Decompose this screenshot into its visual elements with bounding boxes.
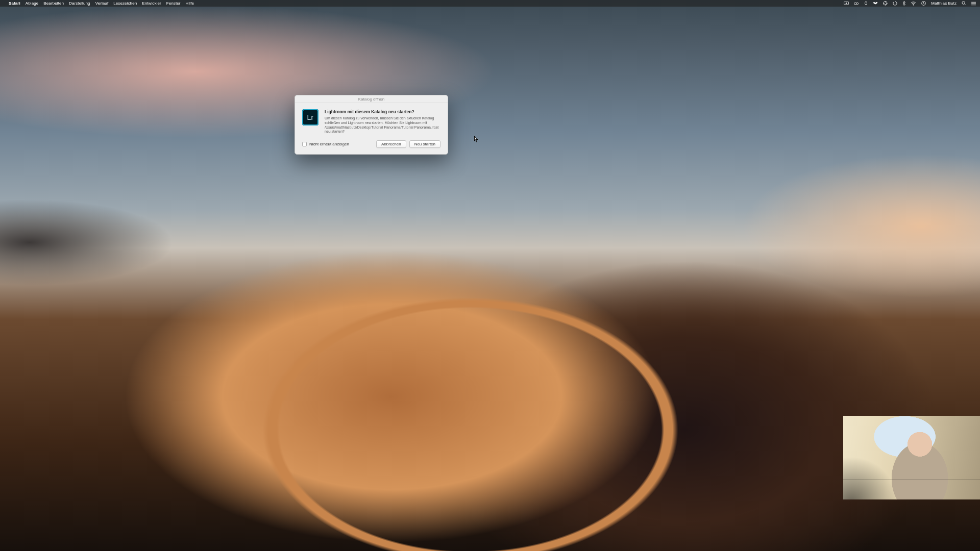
lightroom-app-icon: Lr [302,109,318,126]
menu-history[interactable]: Verlauf [95,1,109,6]
dialog-message-body: Um diesen Katalog zu verwenden, müssen S… [325,116,440,134]
open-catalog-dialog: Katalog öffnen Lr Lightroom mit diesem K… [295,95,448,155]
cancel-button[interactable]: Abbrechen [376,140,406,148]
mouse-cursor [474,136,479,143]
dialog-message-title: Lightroom mit diesem Katalog neu starten… [325,109,440,114]
menu-file[interactable]: Ablage [26,1,39,6]
macos-menu-bar: Safari Ablage Bearbeiten Darstellung Ver… [0,0,743,7]
menu-developer[interactable]: Entwickler [142,1,161,6]
menu-edit[interactable]: Bearbeiten [43,1,64,6]
menu-bookmarks[interactable]: Lesezeichen [113,1,137,6]
current-app-name[interactable]: Safari [9,1,20,6]
dont-show-again-checkbox[interactable] [302,142,307,146]
menu-window[interactable]: Fenster [166,1,181,6]
menu-help[interactable]: Hilfe [186,1,194,6]
dialog-title: Katalog öffnen [295,95,448,103]
menu-view[interactable]: Darstellung [69,1,90,6]
restart-button[interactable]: Neu starten [409,140,440,148]
desktop-wallpaper[interactable] [0,0,743,416]
dont-show-again-label: Nicht erneut anzeigen [309,142,349,146]
